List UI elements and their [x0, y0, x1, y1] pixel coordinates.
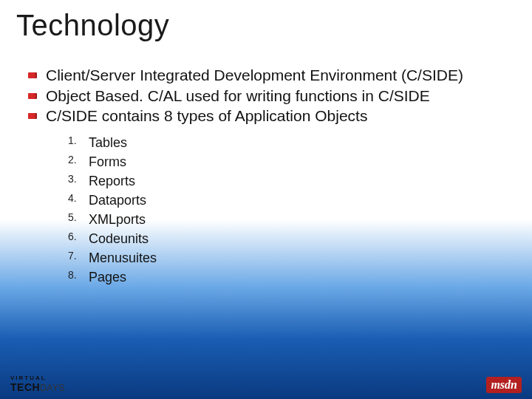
- list-item: Pages: [68, 267, 532, 287]
- logo-line1: VIRTUAL: [10, 375, 65, 381]
- object-types-list: Tables Forms Reports Dataports XMLports …: [68, 133, 532, 287]
- slide-content: Client/Server Integrated Development Env…: [0, 42, 532, 287]
- bullet-item: C/SIDE contains 8 types of Application O…: [28, 106, 532, 126]
- slide-title: Technology: [0, 0, 532, 42]
- bullet-item: Object Based. C/AL used for writing func…: [28, 86, 532, 106]
- bullet-item: Client/Server Integrated Development Env…: [28, 66, 532, 85]
- list-item: Dataports: [68, 191, 532, 210]
- logo-tech-text: TECH: [10, 381, 40, 393]
- list-item: XMLports: [68, 210, 532, 229]
- msdn-logo: msdn: [486, 377, 522, 393]
- list-item: Reports: [68, 171, 532, 191]
- list-item: Codeunits: [68, 229, 532, 248]
- logo-days-text: DAYS: [40, 383, 65, 393]
- list-item: Forms: [68, 152, 532, 171]
- main-bullet-list: Client/Server Integrated Development Env…: [28, 66, 532, 126]
- list-item: Tables: [68, 133, 532, 152]
- logo-line2: TECHDAYS: [10, 381, 65, 393]
- list-item: Menusuites: [68, 248, 532, 267]
- slide-footer: VIRTUAL TECHDAYS msdn: [0, 368, 532, 399]
- msdn-badge: msdn: [486, 377, 522, 393]
- virtual-techdays-logo: VIRTUAL TECHDAYS: [10, 375, 65, 393]
